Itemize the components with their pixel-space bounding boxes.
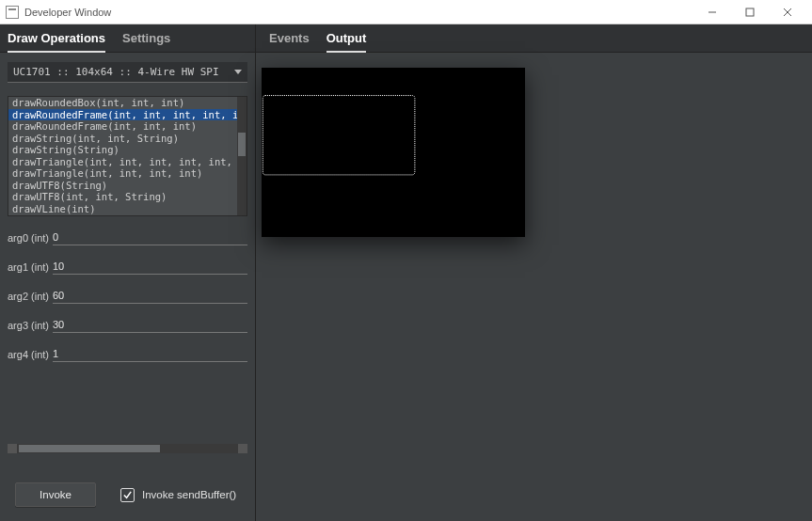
arg-input[interactable] <box>53 317 247 333</box>
scroll-right-button[interactable] <box>238 444 247 453</box>
function-item[interactable]: drawTriangle(int, int, int, int) <box>8 167 237 180</box>
function-item[interactable]: drawRoundedFrame(int, int, int) <box>8 120 237 133</box>
drawn-rounded-frame <box>263 96 415 175</box>
scroll-left-button[interactable] <box>8 444 17 453</box>
output-display <box>262 68 525 237</box>
arg-row: arg1 (int) <box>8 259 247 275</box>
left-panel: Draw Operations Settings UC1701 :: 104x6… <box>0 24 256 521</box>
right-panel: Events Output <box>256 24 812 521</box>
scroll-track[interactable] <box>17 444 238 453</box>
scroll-thumb[interactable] <box>19 445 160 452</box>
maximize-button[interactable] <box>731 0 769 24</box>
invoke-sendbuffer-checkbox[interactable]: Invoke sendBuffer() <box>120 488 236 502</box>
function-item[interactable]: drawVLine(int, int, int) <box>8 214 237 215</box>
arg-row: arg0 (int) <box>8 229 247 245</box>
arg-row: arg2 (int) <box>8 288 247 304</box>
checkbox-icon <box>120 488 135 502</box>
tab-output[interactable]: Output <box>326 24 367 53</box>
window-title: Developer Window <box>24 7 111 18</box>
svg-rect-1 <box>746 8 754 16</box>
arg-input[interactable] <box>53 229 247 245</box>
function-item[interactable]: drawVLine(int) <box>8 203 237 215</box>
function-item[interactable]: drawString(int, int, String) <box>8 133 237 145</box>
function-item[interactable]: drawUTF8(int, int, String) <box>8 191 237 203</box>
horizontal-scrollbar[interactable] <box>8 444 247 453</box>
arg-label: arg1 (int) <box>8 261 53 273</box>
arg-input[interactable] <box>53 288 247 304</box>
args-section: arg0 (int)arg1 (int)arg2 (int)arg3 (int)… <box>8 229 247 362</box>
app-icon <box>6 6 19 19</box>
tab-events[interactable]: Events <box>269 24 310 53</box>
invoke-button[interactable]: Invoke <box>15 482 96 507</box>
arg-label: arg4 (int) <box>8 349 53 360</box>
function-list-scrollbar[interactable] <box>237 97 247 215</box>
function-item[interactable]: drawTriangle(int, int, int, int, int, in… <box>8 156 237 168</box>
function-item[interactable]: drawRoundedFrame(int, int, int, int, int… <box>8 109 237 121</box>
function-item[interactable]: drawUTF8(String) <box>8 180 237 192</box>
device-selected: UC1701 :: 104x64 :: 4-Wire HW SPI <box>13 66 219 78</box>
invoke-sendbuffer-label: Invoke sendBuffer() <box>142 489 236 500</box>
arg-input[interactable] <box>53 346 247 362</box>
close-button[interactable] <box>769 0 806 24</box>
bottom-bar: Invoke Invoke sendBuffer() <box>0 468 255 521</box>
arg-label: arg2 (int) <box>8 291 53 302</box>
device-dropdown[interactable]: UC1701 :: 104x64 :: 4-Wire HW SPI <box>8 62 247 83</box>
function-item[interactable]: drawString(String) <box>8 144 237 156</box>
tab-settings[interactable]: Settings <box>122 24 170 53</box>
arg-label: arg0 (int) <box>8 232 53 244</box>
function-list-scroll-thumb[interactable] <box>238 133 246 156</box>
arg-row: arg3 (int) <box>8 317 247 333</box>
minimize-button[interactable] <box>693 0 731 24</box>
function-item[interactable]: drawRoundedBox(int, int, int) <box>8 97 237 109</box>
tab-draw-operations[interactable]: Draw Operations <box>8 24 105 53</box>
arg-label: arg3 (int) <box>8 320 53 331</box>
right-tabs: Events Output <box>256 24 812 53</box>
left-tabs: Draw Operations Settings <box>0 24 255 53</box>
arg-input[interactable] <box>53 259 247 275</box>
arg-row: arg4 (int) <box>8 346 247 362</box>
window-titlebar: Developer Window <box>0 0 812 24</box>
chevron-down-icon <box>234 70 242 74</box>
function-list[interactable]: drawRoundedBox(int, int, int)drawRounded… <box>8 96 247 216</box>
